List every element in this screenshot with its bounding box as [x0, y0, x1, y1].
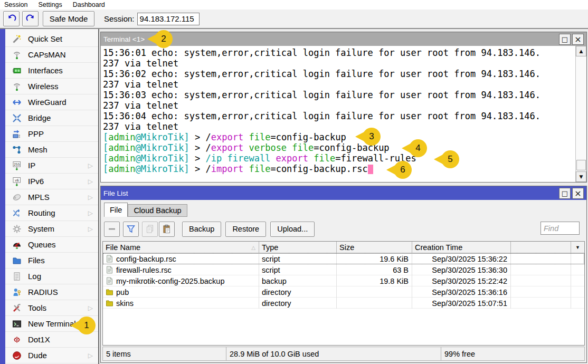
copy-button[interactable]	[142, 222, 158, 237]
sidebar-item-files[interactable]: Files	[5, 253, 98, 269]
file-creation-time: Sep/30/2025 15:36:16	[412, 286, 511, 298]
terminal-line: 15:36:03 echo: system,error,critical log…	[103, 90, 584, 100]
dude-icon	[12, 350, 22, 361]
column-header-type[interactable]: Type	[259, 242, 337, 253]
table-row[interactable]: skinsdirectorySep/30/2025 15:07:51	[103, 298, 584, 309]
tab-file[interactable]: File	[104, 203, 128, 217]
chevron-right-icon: ▷	[88, 162, 93, 169]
sidebar-item-log[interactable]: Log	[5, 269, 98, 284]
sidebar-item-label: Dot1X	[28, 335, 50, 344]
funnel-button[interactable]	[123, 222, 139, 237]
menu-item-settings[interactable]: Settings	[38, 1, 62, 8]
sidebar-item-label: IPv6	[28, 177, 44, 186]
bridge-icon	[12, 113, 22, 123]
table-row[interactable]: my-mikrotik-config-2025.backupbackup19.8…	[103, 275, 584, 286]
sidebar-item-label: Mesh	[28, 145, 48, 154]
svg-text:v6: v6	[15, 178, 19, 182]
terminal-maximize-button[interactable]: □	[559, 34, 571, 45]
callout-number: 4	[409, 139, 427, 157]
column-header-file-name[interactable]: File Name△	[103, 242, 259, 253]
terminal-icon	[12, 319, 22, 329]
callout-number: 5	[441, 150, 459, 168]
sidebar-item-label: Dude	[28, 351, 47, 360]
find-input[interactable]	[540, 222, 580, 235]
sidebar-item-system[interactable]: System▷	[5, 221, 98, 237]
column-selector-button[interactable]: ▼	[571, 242, 584, 253]
sidebar-item-ipv6[interactable]: v6IPv6▷	[5, 174, 98, 189]
menu-item-session[interactable]: Session	[4, 1, 27, 8]
maximize-icon: □	[562, 189, 568, 197]
terminal-line: [admin@MikroTik] > /export verbose file=…	[103, 142, 584, 153]
sidebar-item-label: Log	[28, 272, 41, 281]
file-creation-time: Sep/30/2025 15:36:30	[412, 264, 511, 275]
app-menu-bar: Session Settings Dashboard	[0, 0, 588, 9]
callout-annotation-5: 5	[434, 150, 459, 168]
backup-button[interactable]: Backup	[182, 222, 221, 237]
column-header-filler	[511, 242, 571, 253]
maximize-icon: □	[562, 35, 568, 43]
column-header-size[interactable]: Size	[337, 242, 412, 253]
mpls-icon	[12, 192, 22, 203]
sidebar-item-dude[interactable]: Dude▷	[5, 348, 98, 363]
sidebar-item-routing[interactable]: Routing▷	[5, 205, 98, 221]
script-icon	[106, 266, 113, 274]
sidebar-item-label: Tools	[28, 303, 46, 312]
file-size	[337, 298, 412, 309]
file-list-titlebar[interactable]: File List □ ×	[101, 186, 586, 200]
ip-icon: 255	[12, 160, 22, 171]
sidebar-item-label: Quick Set	[28, 34, 62, 43]
sidebar-item-mpls[interactable]: MPLS▷	[5, 189, 98, 205]
sidebar-item-tools[interactable]: Tools▷	[5, 300, 98, 316]
file-list-maximize-button[interactable]: □	[559, 188, 571, 199]
table-row[interactable]: config-backup.rscscript19.6 KiBSep/30/20…	[103, 253, 584, 264]
terminal-scrollbar[interactable]: ▲ ▼	[575, 46, 586, 182]
file-list-close-button[interactable]: ×	[572, 188, 584, 199]
file-creation-time: Sep/30/2025 15:22:42	[412, 275, 511, 286]
terminal-titlebar[interactable]: Terminal <1> □ ×	[101, 32, 586, 46]
callout-number: 6	[394, 161, 412, 179]
scroll-up-icon[interactable]: ▲	[576, 46, 586, 56]
file-size: 19.8 KiB	[337, 275, 412, 286]
session-address-input[interactable]	[137, 13, 200, 25]
sidebar-item-ip[interactable]: 255IP▷	[5, 158, 98, 174]
terminal-title: Terminal <1>	[103, 35, 145, 43]
minus-button[interactable]	[104, 222, 120, 237]
sidebar-item-mesh[interactable]: Mesh	[5, 142, 98, 158]
redo-button[interactable]	[22, 11, 39, 26]
scrollbar-thumb[interactable]	[576, 160, 586, 170]
sidebar-item-wireless[interactable]: Wireless	[5, 79, 98, 94]
table-row[interactable]: firewall-rules.rscscript63 BSep/30/2025 …	[103, 264, 584, 275]
file-list-window: File List □ × FileCloud Backup BackupRes…	[100, 186, 587, 363]
menu-item-dashboard[interactable]: Dashboard	[73, 1, 105, 8]
sidebar-item-label: CAPsMAN	[28, 50, 66, 59]
sidebar-item-ppp[interactable]: PPP	[5, 126, 98, 142]
terminal-close-button[interactable]: ×	[572, 34, 584, 45]
tab-cloud-backup[interactable]: Cloud Backup	[128, 204, 187, 217]
sidebar-menu: Quick SetCAPsMANInterfacesWirelessWireGu…	[5, 31, 98, 363]
sidebar-item-capsman[interactable]: CAPsMAN	[5, 47, 98, 63]
sidebar-item-queues[interactable]: Queues	[5, 237, 98, 253]
wireguard-icon	[12, 97, 22, 108]
safe-mode-button[interactable]: Safe Mode	[43, 11, 94, 26]
sidebar-item-radius[interactable]: RADIUS	[5, 284, 98, 300]
paste-button[interactable]	[159, 222, 175, 237]
file-list-status-bar: 5 items 28.9 MiB of 10.0 GiB used 99% fr…	[102, 347, 585, 361]
table-row[interactable]: pubdirectorySep/30/2025 15:36:16	[103, 286, 584, 298]
sidebar-accent-strip	[0, 29, 5, 364]
undo-button[interactable]	[3, 11, 20, 26]
sidebar-item-wireguard[interactable]: WireGuard	[5, 94, 98, 110]
terminal-line: 237 via telnet	[103, 79, 584, 90]
file-list-title: File List	[103, 189, 128, 197]
scroll-down-icon[interactable]: ▼	[576, 171, 586, 182]
sidebar-item-interfaces[interactable]: Interfaces	[5, 63, 98, 79]
restore-button[interactable]: Restore	[225, 222, 266, 237]
file-table-header: File Name△ Type Size Creation Time ▼	[103, 242, 584, 253]
status-disk-usage: 28.9 MiB of 10.0 GiB used	[226, 347, 441, 361]
mesh-icon	[12, 145, 22, 155]
terminal-line: [admin@MikroTik] > /export file=config-b…	[103, 132, 584, 142]
sidebar-item-quick-set[interactable]: Quick Set	[5, 31, 98, 47]
column-header-creation-time[interactable]: Creation Time	[412, 242, 511, 253]
upload-button[interactable]: Upload...	[270, 222, 315, 237]
close-icon: ×	[574, 34, 581, 44]
sidebar-item-bridge[interactable]: Bridge	[5, 110, 98, 126]
